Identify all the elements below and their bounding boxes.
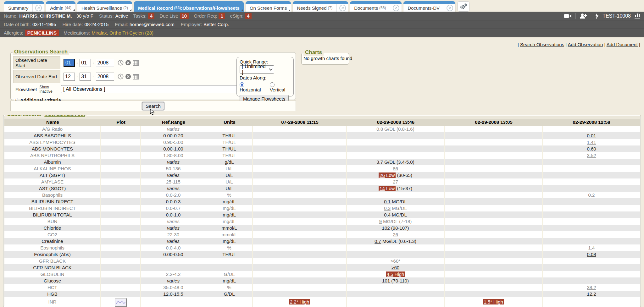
counter-badge[interactable]: 10: [180, 13, 189, 19]
lightning-icon[interactable]: [595, 13, 599, 19]
abnormal-flag-chip: 4.5 High: [386, 271, 405, 277]
tab-count: (53): [174, 6, 181, 10]
calendar-icon[interactable]: [133, 60, 139, 66]
observation-value-link[interactable]: 26: [380, 173, 385, 178]
observation-value-link[interactable]: 0.60: [587, 146, 596, 151]
obs-name-cell: ABS LYMPHOCYTES: [4, 139, 101, 145]
obs-refrange-cell: 2.2-4.2: [141, 271, 206, 277]
flowsheet-chart-icon[interactable]: [635, 13, 640, 19]
tab-strip: Summary Admin(44)Health Surveillance(2)M…: [4, 1, 455, 12]
observation-value-link[interactable]: 27: [393, 179, 398, 184]
obs-refrange-cell: varies: [141, 185, 206, 192]
obs-value-cell: 101 (70-110): [347, 277, 445, 284]
obs-value-cell: [445, 198, 543, 205]
observation-value-link[interactable]: 0.3: [384, 206, 391, 211]
obs-value-cell: 0.4 MG/DL: [347, 211, 445, 218]
medication-link[interactable]: Miralax: [92, 30, 107, 36]
medication-link[interactable]: Ortho Tri-Cyclen (28): [109, 30, 153, 36]
open-in-new-icon[interactable]: [337, 1, 348, 12]
observation-value-link[interactable]: 0.2: [588, 192, 595, 198]
clock-icon[interactable]: [118, 60, 124, 66]
open-in-new-icon[interactable]: [444, 1, 455, 12]
end-day-input[interactable]: [80, 73, 91, 81]
tab-documents-dv[interactable]: Documents-DV: [403, 1, 455, 12]
observation-value-link[interactable]: 2.2*: [290, 299, 298, 304]
counter-badge[interactable]: 4: [148, 13, 154, 19]
radio-vertical[interactable]: Vertical: [270, 82, 291, 92]
obs-units-cell: g/dL: [206, 159, 253, 165]
observation-value-link[interactable]: 26: [393, 232, 398, 237]
observation-value-link[interactable]: 14: [380, 186, 385, 191]
obs-refrange-cell: 0.00-1.00: [141, 145, 206, 152]
obs-refrange-cell: 0.0-1.0: [141, 211, 206, 218]
obs-units-cell: %: [206, 192, 253, 198]
allergy-badge[interactable]: PENICILLINS: [25, 30, 59, 36]
observation-value-link[interactable]: 4.5: [387, 271, 393, 277]
counter-badge[interactable]: 4: [245, 13, 251, 19]
open-in-new-icon[interactable]: [33, 1, 44, 12]
observation-value-link[interactable]: 0.7: [375, 238, 381, 244]
observation-value-link[interactable]: 38.2: [587, 285, 596, 290]
calendar-icon[interactable]: [133, 74, 139, 79]
tab-on-screen-forms[interactable]: On Screen Forms: [246, 1, 291, 12]
value-detail: (70-110): [390, 278, 409, 283]
observation-value-link[interactable]: 86: [393, 166, 398, 171]
tab-health-surveillance[interactable]: Health Surveillance(2): [77, 1, 132, 12]
tab-needs-signed[interactable]: Needs Signed(7): [293, 1, 348, 12]
quick-range-select[interactable]: [ Unlimited ]: [240, 65, 274, 74]
counter-badge[interactable]: 1: [219, 13, 225, 19]
view-earliest-first-link[interactable]: View Earliest First: [44, 115, 85, 117]
add-observation-link[interactable]: Add Observation: [568, 42, 603, 47]
clock-icon[interactable]: [118, 74, 124, 79]
obs-plot-cell: [101, 244, 141, 251]
obs-value-cell: [543, 218, 640, 225]
observation-value-link[interactable]: 0.8: [376, 126, 383, 132]
observation-value-link[interactable]: 0.01: [587, 133, 596, 138]
flowsheet-select[interactable]: [ All Observations ]: [61, 85, 243, 93]
tab-documents[interactable]: Documents(66): [350, 1, 402, 12]
observation-value-link[interactable]: 0.1: [384, 199, 391, 204]
add-document-link[interactable]: Add Document: [607, 42, 638, 47]
observation-value-link[interactable]: >60*: [391, 258, 400, 264]
obs-refrange-cell: 0.00-0.50: [141, 251, 206, 258]
obs-plot-cell: [101, 271, 141, 277]
observation-value-link[interactable]: 101: [382, 278, 390, 283]
obs-units-cell: [206, 258, 253, 264]
observation-value-link[interactable]: 3.52: [587, 153, 596, 158]
observation-value-link[interactable]: 3.7: [376, 159, 383, 165]
end-year-input[interactable]: [96, 73, 114, 81]
obs-refrange-cell: [141, 258, 206, 264]
start-month-input[interactable]: [64, 59, 75, 67]
search-observations-link[interactable]: Search Observations: [520, 42, 564, 47]
open-in-new-icon[interactable]: [390, 1, 402, 12]
table-row-chloride: Chloridevariesmmol/L102 (98-107): [4, 225, 640, 231]
show-inactive-link[interactable]: Show Inactive: [39, 85, 58, 94]
tab-summary[interactable]: Summary: [4, 1, 44, 12]
observation-value-link[interactable]: 102: [382, 225, 390, 231]
observation-value-link[interactable]: 1.5*: [484, 299, 492, 304]
obs-plot-cell: [101, 152, 141, 159]
observation-value-link[interactable]: 12.2: [587, 291, 596, 297]
observation-value-link[interactable]: 1.41: [587, 140, 596, 145]
start-year-input[interactable]: [96, 59, 114, 67]
obs-plot-cell: [101, 126, 141, 132]
obs-value-cell: [543, 264, 640, 271]
start-day-input[interactable]: [80, 59, 91, 67]
clear-date-icon[interactable]: [125, 60, 131, 66]
observation-value-link[interactable]: >60: [391, 265, 399, 270]
obs-units-cell: U/L: [206, 178, 253, 185]
observation-value-link[interactable]: 0.4: [384, 212, 391, 217]
observation-value-link[interactable]: 9: [379, 219, 382, 224]
radio-horizontal[interactable]: Horizontal: [240, 82, 266, 92]
settings-gear-button[interactable]: [458, 1, 469, 12]
video-camera-icon[interactable]: [564, 14, 572, 19]
add-person-icon[interactable]: [580, 13, 587, 19]
plot-thumbnail-button[interactable]: [115, 298, 127, 307]
observation-value-link[interactable]: 1.4: [588, 245, 595, 250]
obs-value-cell: [445, 244, 543, 251]
tab-admin[interactable]: Admin(44): [46, 1, 75, 12]
end-month-input[interactable]: [64, 73, 75, 81]
tab-medical-record[interactable]: Medical Record(53):Observations/Flowshee…: [134, 1, 244, 12]
clear-date-icon[interactable]: [125, 74, 131, 79]
observation-value-link[interactable]: 0.08: [587, 252, 596, 257]
